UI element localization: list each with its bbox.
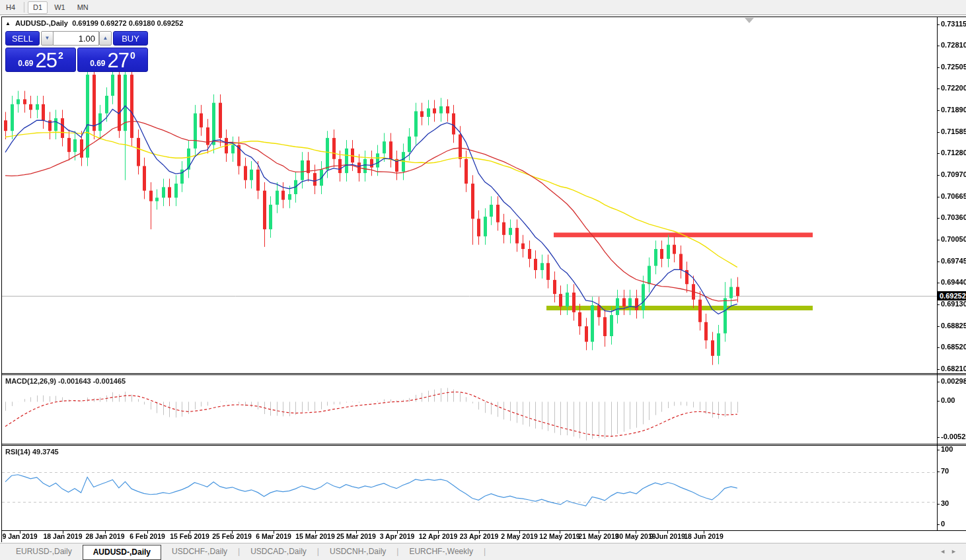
date-label: 9 Jan 2019	[2, 532, 37, 540]
buy-price-pip: 0	[130, 50, 135, 61]
date-label: 3 Apr 2019	[380, 532, 415, 540]
sell-price-big: 25	[36, 50, 57, 71]
chart-ohlc-values: 0.69199 0.69272 0.69180 0.69252	[72, 19, 183, 27]
chart-title: ▲AUDUSD-,Daily 0.69199 0.69272 0.69180 0…	[5, 19, 183, 27]
price-tick-mark	[937, 46, 940, 46]
chart-tab-usdchf[interactable]: USDCHF-,Daily	[161, 545, 238, 559]
rsi-label: RSI(14) 49.3745	[5, 448, 59, 456]
price-tick-mark	[937, 218, 940, 219]
price-tick-mark	[937, 197, 940, 197]
chart-tab-eurusd[interactable]: EURUSD-,Daily	[5, 545, 83, 559]
price-tick-label: 0.72200	[941, 84, 966, 92]
sell-price-box[interactable]: 0.69 25 2	[5, 48, 76, 72]
timeframe-button-mn[interactable]: MN	[72, 1, 94, 14]
price-tick-mark	[937, 88, 940, 89]
tab-scroll-arrows: ◄►	[940, 548, 962, 555]
buy-price-box[interactable]: 0.69 27 0	[77, 48, 148, 72]
price-tick-label: 0.69440	[941, 278, 966, 286]
price-tick-mark	[937, 110, 940, 111]
scroll-to-end-icon	[745, 18, 754, 23]
buy-price-prefix: 0.69	[90, 59, 105, 68]
price-tick-mark	[937, 262, 940, 262]
main-macd-separator-a	[1, 373, 966, 374]
timeframe-button-h4[interactable]: H4	[1, 1, 20, 14]
price-tick-mark	[937, 347, 940, 348]
chart-tab-audusd[interactable]: AUDUSD-,Daily	[83, 545, 161, 560]
date-label: 6 Mar 2019	[256, 532, 291, 540]
buy-price-big: 27	[108, 50, 129, 71]
trade-panel-row: SELL ▼ ▲ BUY	[5, 31, 148, 46]
sell-price-prefix: 0.69	[18, 59, 33, 68]
date-label: 6 Feb 2019	[130, 532, 165, 540]
tab-scroll-right-icon[interactable]: ►	[951, 548, 962, 555]
rsi-tick-mark	[937, 472, 940, 472]
price-tick-mark	[937, 67, 940, 68]
price-tick-label: 0.68825	[941, 322, 966, 330]
macd-tick-label: 0.00	[941, 396, 955, 404]
mt4-window: H4D1W1MN ▲AUDUSD-,Daily 0.69199 0.69272 …	[0, 0, 966, 560]
price-tick-mark	[937, 326, 940, 327]
volume-input[interactable]	[53, 31, 99, 46]
macd-canvas[interactable]	[2, 375, 937, 444]
date-label: 25 Feb 2019	[212, 532, 252, 540]
toolbar-separator	[24, 2, 24, 13]
sell-button[interactable]: SELL	[5, 31, 40, 46]
price-tick-mark	[937, 240, 940, 240]
date-label: 12 May 2019	[539, 532, 579, 540]
rsi-tick-mark	[937, 450, 940, 450]
price-tick-label: 0.69745	[941, 257, 966, 265]
chart-tab-usdcnh[interactable]: USDCNH-,Daily	[319, 545, 396, 559]
date-label: 23 Apr 2019	[460, 532, 499, 540]
rsi-tick-label: 30	[941, 499, 949, 507]
tab-scroll-left-icon[interactable]: ◄	[940, 548, 951, 555]
date-label: 28 Jan 2019	[86, 532, 125, 540]
macd-tick-mark	[937, 401, 940, 402]
macd-tick-mark	[937, 437, 940, 438]
chart-tab-usdcad[interactable]: USDCAD-,Daily	[240, 545, 317, 559]
price-tick-label: 0.69130	[941, 300, 966, 308]
price-axis-border	[937, 17, 938, 531]
current-price-tag: 0.69252	[938, 291, 966, 300]
chart-tab-bar: EURUSD-,DailyAUDUSD-,DailyUSDCHF-,Daily|…	[0, 543, 966, 560]
timeframe-button-d1[interactable]: D1	[28, 1, 48, 14]
date-label: 15 Mar 2019	[295, 532, 335, 540]
price-tick-mark	[937, 24, 940, 25]
price-tick-label: 0.70050	[941, 235, 966, 243]
timeframe-toolbar: H4D1W1MN	[0, 0, 966, 15]
chart-symbol: AUDUSD-,Daily	[15, 19, 68, 27]
rsi-bottom-border	[1, 530, 966, 531]
collapse-triangle-icon[interactable]: ▲	[5, 20, 11, 26]
date-label: 12 Apr 2019	[419, 532, 458, 540]
tab-separator: |	[484, 547, 486, 556]
price-tick-mark	[937, 153, 940, 154]
rsi-canvas[interactable]	[2, 446, 937, 530]
price-tick-label: 0.68520	[941, 343, 966, 351]
macd-rsi-separator-a	[1, 444, 966, 444]
price-tick-mark	[937, 369, 940, 370]
price-tick-label: 0.70360	[941, 213, 966, 221]
price-tick-label: 0.70970	[941, 170, 966, 178]
timeframe-button-w1[interactable]: W1	[49, 1, 71, 14]
price-tick-label: 0.71280	[941, 149, 966, 157]
date-label: 25 Mar 2019	[336, 532, 376, 540]
date-label: 18 Jan 2019	[44, 532, 83, 540]
rsi-tick-label: 100	[941, 445, 953, 453]
price-tick-label: 0.71890	[941, 106, 966, 114]
price-tick-label: 0.72505	[941, 63, 966, 71]
macd-label: MACD(12,26,9) -0.001643 -0.001465	[5, 377, 126, 385]
volume-decrease-button[interactable]: ▼	[41, 31, 54, 46]
buy-button[interactable]: BUY	[113, 31, 148, 46]
macd-tick-label: -0.005256	[941, 433, 966, 440]
price-tick-mark	[937, 132, 940, 133]
price-tick-label: 0.70665	[941, 192, 966, 200]
date-label: 9 Jun 2019	[650, 532, 685, 540]
date-label: 2 May 2019	[501, 532, 537, 540]
price-tick-label: 0.73115	[941, 20, 966, 28]
rsi-tick-label: 70	[941, 467, 949, 475]
volume-increase-button[interactable]: ▲	[99, 31, 112, 46]
date-label: 15 Feb 2019	[170, 532, 209, 540]
chart-tab-eurchf[interactable]: EURCHF-,Weekly	[398, 545, 483, 559]
price-tick-label: 0.72810	[941, 41, 966, 49]
price-tick-label: 0.71585	[941, 127, 966, 135]
rsi-tick-mark	[937, 504, 940, 505]
